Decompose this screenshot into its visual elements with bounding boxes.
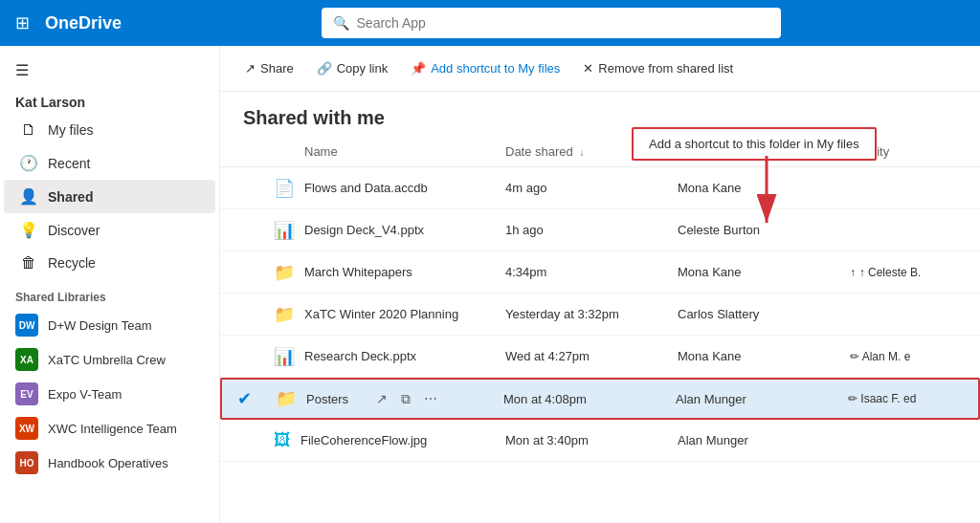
file-activity: ✏ Isaac F. ed bbox=[848, 392, 963, 405]
table-row[interactable]: 📊 Research Deck.pptx Wed at 4:27pm Mona … bbox=[220, 336, 980, 378]
sidebar-item-discover[interactable]: 💡 Discover bbox=[4, 213, 215, 247]
toolbar: ↗ Share 🔗 Copy link 📌 Add shortcut to My… bbox=[220, 46, 980, 92]
file-date: 1h ago bbox=[505, 223, 678, 237]
file-shared-by: Alan Munger bbox=[676, 392, 848, 406]
lib-avatar-xatc: XA bbox=[15, 348, 38, 371]
file-type-icon: 📁 bbox=[276, 388, 297, 409]
table-row[interactable]: 📄 Flows and Data.accdb 4m ago Mona Kane bbox=[220, 167, 980, 209]
content-area: ↗ Share 🔗 Copy link 📌 Add shortcut to My… bbox=[220, 46, 980, 523]
header-name: Name bbox=[274, 144, 505, 159]
lib-label: Expo V-Team bbox=[48, 387, 122, 402]
file-name-text: Flows and Data.accdb bbox=[304, 181, 428, 195]
file-date: Yesterday at 3:32pm bbox=[505, 307, 678, 321]
lib-avatar-ev: EV bbox=[15, 382, 38, 405]
header-check-col bbox=[235, 144, 274, 159]
sidebar-item-label: My files bbox=[48, 122, 93, 138]
file-date: 4:34pm bbox=[505, 265, 678, 279]
file-shared-by: Alan Munger bbox=[678, 433, 850, 447]
lib-avatar-xwc: XW bbox=[15, 417, 38, 440]
sidebar-item-label: Discover bbox=[48, 223, 100, 238]
sidebar-lib-ev[interactable]: EV Expo V-Team bbox=[0, 377, 219, 411]
lib-avatar-ho: HO bbox=[15, 451, 38, 474]
search-input[interactable] bbox=[357, 15, 769, 31]
share-icon: ↗ bbox=[245, 61, 256, 76]
file-name-cell: 📊 Research Deck.pptx bbox=[274, 346, 505, 367]
sidebar-lib-xatc[interactable]: XA XaTC Umbrella Crew bbox=[0, 342, 219, 377]
shortcut-icon: 📌 bbox=[411, 61, 426, 76]
sidebar-lib-dw[interactable]: DW D+W Design Team bbox=[0, 308, 219, 342]
table-row[interactable]: 📁 March Whitepapers 4:34pm Mona Kane ↑ ↑… bbox=[220, 251, 980, 294]
file-date: Mon at 4:08pm bbox=[503, 392, 676, 406]
remove-label: Remove from shared list bbox=[598, 61, 733, 76]
sidebar-item-recent[interactable]: 🕐 Recent bbox=[4, 146, 215, 180]
table-row[interactable]: 📁 XaTC Winter 2020 Planning Yesterday at… bbox=[220, 294, 980, 336]
remove-icon: ✕ bbox=[583, 61, 593, 76]
copy-link-label: Copy link bbox=[337, 61, 388, 76]
file-type-icon: 📁 bbox=[274, 262, 295, 283]
lib-label: XWC Intelligence Team bbox=[48, 422, 177, 436]
sidebar-item-label: Recent bbox=[48, 156, 90, 171]
table-row[interactable]: 🖼 FileCoherenceFlow.jpg Mon at 3:40pm Al… bbox=[220, 420, 980, 462]
file-name-cell: 📁 Posters ↗ ⧉ ⋯ bbox=[276, 388, 503, 410]
topbar: ⊞ OneDrive 🔍 bbox=[0, 0, 980, 46]
file-icon: 🗋 bbox=[19, 121, 38, 139]
file-name-cell: 📁 March Whitepapers bbox=[274, 262, 505, 283]
remove-from-shared-button[interactable]: ✕ Remove from shared list bbox=[573, 56, 743, 80]
activity-arrow-icon: ↑ bbox=[850, 266, 856, 279]
file-name-text: March Whitepapers bbox=[304, 265, 412, 279]
shortcut-label: Add shortcut to My files bbox=[431, 61, 560, 76]
file-name-cell: 🖼 FileCoherenceFlow.jpg bbox=[274, 430, 505, 450]
file-type-icon: 📊 bbox=[274, 346, 295, 367]
sidebar-item-recycle[interactable]: 🗑 Recycle bbox=[4, 247, 215, 279]
file-more-action-button[interactable]: ⋯ bbox=[421, 388, 440, 409]
file-shared-by: Mona Kane bbox=[678, 349, 850, 363]
grid-icon[interactable]: ⊞ bbox=[15, 12, 30, 33]
share-label: Share bbox=[260, 61, 294, 76]
add-shortcut-button[interactable]: 📌 Add shortcut to My files bbox=[401, 56, 569, 80]
file-share-action-button[interactable]: ↗ bbox=[373, 388, 390, 409]
recent-icon: 🕐 bbox=[19, 154, 38, 172]
lib-label: XaTC Umbrella Crew bbox=[48, 353, 166, 367]
tooltip-text: Add a shortcut to this folder in My file… bbox=[649, 137, 859, 151]
file-name-cell: 📁 XaTC Winter 2020 Planning bbox=[274, 304, 505, 325]
file-date: 4m ago bbox=[505, 181, 678, 195]
sidebar-lib-ho[interactable]: HO Handbook Operatives bbox=[0, 446, 219, 480]
file-date: Mon at 3:40pm bbox=[505, 433, 678, 447]
file-name-text: Posters bbox=[306, 392, 348, 406]
sidebar-lib-xwc[interactable]: XW XWC Intelligence Team bbox=[0, 411, 219, 446]
sidebar-item-my-files[interactable]: 🗋 My files bbox=[4, 114, 215, 146]
file-activity: ↑ ↑ Celeste B. bbox=[850, 265, 965, 279]
search-bar[interactable]: 🔍 bbox=[322, 8, 781, 38]
file-name-cell: 📊 Design Deck_V4.pptx bbox=[274, 220, 505, 241]
sidebar-item-label: Recycle bbox=[48, 255, 96, 271]
tooltip-arrow bbox=[752, 156, 781, 235]
sidebar-item-shared[interactable]: 👤 Shared bbox=[4, 180, 215, 213]
sort-down-icon: ↓ bbox=[579, 147, 584, 158]
share-button[interactable]: ↗ Share bbox=[235, 56, 303, 80]
shared-icon: 👤 bbox=[19, 187, 38, 206]
lib-label: Handbook Operatives bbox=[48, 456, 168, 470]
copy-link-button[interactable]: 🔗 Copy link bbox=[307, 56, 397, 80]
file-name-text: Design Deck_V4.pptx bbox=[304, 223, 424, 237]
lib-avatar-dw: DW bbox=[15, 314, 38, 337]
file-name-text: FileCoherenceFlow.jpg bbox=[301, 433, 427, 447]
file-copy-action-button[interactable]: ⧉ bbox=[398, 388, 413, 410]
sidebar-item-label: Shared bbox=[48, 189, 93, 205]
shared-libraries-label: Shared Libraries bbox=[0, 279, 219, 308]
user-name: Kat Larson bbox=[0, 87, 219, 114]
table-row[interactable]: 📊 Design Deck_V4.pptx 1h ago Celeste Bur… bbox=[220, 209, 980, 251]
main-layout: ☰ Kat Larson 🗋 My files 🕐 Recent 👤 Share… bbox=[0, 46, 980, 523]
lib-label: D+W Design Team bbox=[48, 318, 152, 333]
check-icon: ✔ bbox=[237, 389, 252, 408]
recycle-icon: 🗑 bbox=[19, 254, 38, 272]
file-type-icon: 🖼 bbox=[274, 430, 291, 450]
file-type-icon: 📊 bbox=[274, 220, 295, 241]
file-activity: ✏ Alan M. e bbox=[850, 350, 965, 363]
file-shared-by: Mona Kane bbox=[678, 265, 850, 279]
file-list: Name Date shared ↓ Shared by Activity 📄 … bbox=[220, 137, 980, 523]
file-type-icon: 📁 bbox=[274, 304, 295, 325]
file-name-text: XaTC Winter 2020 Planning bbox=[304, 307, 458, 321]
table-row[interactable]: ✔ 📁 Posters ↗ ⧉ ⋯ Mon at 4:08pm Alan Mun… bbox=[220, 378, 980, 420]
sidebar: ☰ Kat Larson 🗋 My files 🕐 Recent 👤 Share… bbox=[0, 46, 220, 523]
hamburger-button[interactable]: ☰ bbox=[0, 54, 219, 87]
